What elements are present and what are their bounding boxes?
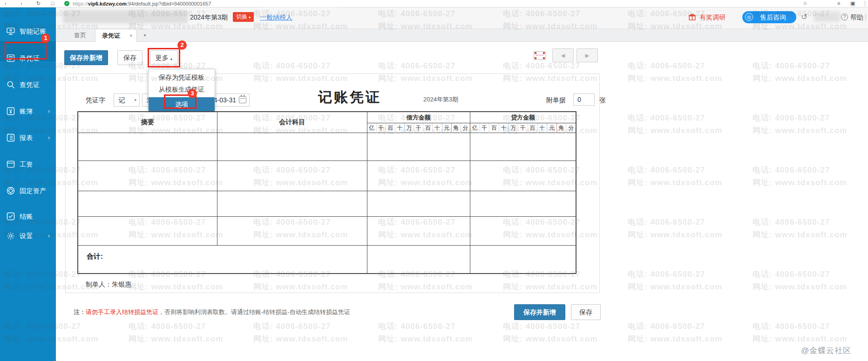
close-icon[interactable]: × <box>129 29 133 42</box>
debit-cell[interactable] <box>367 133 470 160</box>
menu-item-1[interactable]: 保存为凭证模板 <box>149 71 215 83</box>
digit-label: 分 <box>566 123 576 133</box>
credit-cell[interactable] <box>470 191 576 216</box>
more-button[interactable]: 更多 ▴ <box>150 50 178 65</box>
total-credit-cell <box>470 246 576 273</box>
credit-cell[interactable] <box>470 161 576 191</box>
sidebar-item-label: 报表 <box>20 134 33 142</box>
browser-home-icon[interactable]: □ <box>51 0 54 7</box>
voucher-row-4 <box>78 217 576 246</box>
browser-refresh-icon[interactable]: ↻ <box>36 0 41 7</box>
bookmark-star-icon[interactable]: ☆ <box>803 0 807 7</box>
digit-label: 千 <box>414 123 423 133</box>
sidebar-item-1[interactable]: 智能记账 <box>0 25 56 38</box>
tab-home[interactable]: 首页 <box>65 29 95 42</box>
watermark-tile: 电话: 4006-6500-27网址: www.tdxsoft.com <box>503 320 598 345</box>
gear-icon <box>6 231 15 241</box>
voucher-table: 摘要会计科目借方金额亿千百十万千百十元角分贷方金额亿千百十万千百十元角分合计: <box>77 111 576 274</box>
digit-label: 百 <box>386 123 395 133</box>
company-name-redacted <box>63 10 188 23</box>
tab-bar: 首页 录凭证 × ▾ <box>56 29 868 42</box>
header-separator: | <box>865 13 867 20</box>
attachment-count-input[interactable]: 0 <box>573 94 595 106</box>
save-and-new-button-bottom[interactable]: 保存并新增 <box>514 304 565 320</box>
sidebar-item-4[interactable]: 账簿› <box>0 105 56 118</box>
summary-cell[interactable] <box>78 161 217 191</box>
account-cell[interactable] <box>217 133 367 160</box>
watermark-tile: 电话: 4006-6500-27网址: www.tdxsoft.com <box>628 216 723 241</box>
save-button-bottom[interactable]: 保存 <box>571 304 601 320</box>
voucher-period: 2024年第3期 <box>423 95 458 104</box>
sidebar-item-5[interactable]: 报表› <box>0 132 56 145</box>
digit-label: 亿 <box>367 123 377 133</box>
sidebar-item-label: 结账 <box>20 213 33 221</box>
digit-label: 分 <box>461 123 470 133</box>
measure-tool-icon[interactable] <box>534 51 546 60</box>
col-header-summary: 摘要 <box>78 112 217 133</box>
save-and-new-button[interactable]: 保存并新增 <box>64 50 108 65</box>
current-period: 2024年第3期 <box>190 13 228 22</box>
survey-link[interactable]: 有奖调研 <box>699 13 726 22</box>
total-row: 合计: <box>78 246 576 273</box>
save-button[interactable]: 保存 <box>117 50 142 65</box>
watermark-tile: 电话: 4006-6500-27网址: www.tdxsoft.com <box>753 320 848 345</box>
debit-cell[interactable] <box>367 217 470 245</box>
summary-cell[interactable] <box>78 133 217 160</box>
monitor-icon <box>6 27 15 36</box>
digit-label: 角 <box>557 123 567 133</box>
calendar-icon[interactable] <box>239 96 246 103</box>
arrow-right-icon: ▶ <box>585 53 589 58</box>
sidebar-item-2[interactable]: 录凭证 <box>0 52 56 65</box>
credit-cell[interactable] <box>470 217 576 245</box>
search-icon <box>6 80 15 89</box>
browser-menu-icon[interactable]: ≡ <box>837 0 840 7</box>
sidebar-item-8[interactable]: 结账 <box>0 210 56 223</box>
tab-voucher-entry[interactable]: 录凭证 × <box>95 29 137 42</box>
browser-more-icon[interactable]: ⋮ <box>862 0 868 7</box>
digit-label: 十 <box>433 123 442 133</box>
credit-cell[interactable] <box>470 133 576 160</box>
sidebar-item-3[interactable]: 查凭证 <box>0 79 56 92</box>
after-sales-support-button[interactable]: ◎ 售后咨询 <box>742 11 796 23</box>
sidebar-item-9[interactable]: 设置› <box>0 230 56 243</box>
summary-cell[interactable] <box>78 217 217 245</box>
total-debit-cell <box>367 246 470 273</box>
menu-item-3[interactable]: 选项 <box>149 97 215 111</box>
preparer-label: 制单人：朱银惠 <box>86 281 131 289</box>
watermark-tile: 电话: 4006-6500-27网址: www.tdxsoft.com <box>378 320 473 345</box>
secure-lock-icon: ✓ <box>64 1 69 6</box>
header-redacted-area <box>814 12 840 22</box>
voucher-word-select[interactable]: 记▾ <box>114 94 140 107</box>
debit-cell[interactable] <box>367 161 470 191</box>
next-voucher-button[interactable]: ▶ <box>576 48 598 62</box>
browser-profile-icon[interactable]: ▣ <box>850 0 855 7</box>
debit-cell[interactable] <box>367 191 470 216</box>
switch-period-button[interactable]: 切换 ▾ <box>233 12 254 22</box>
menu-item-2[interactable]: 从模板生成凭证 <box>149 83 215 95</box>
sidebar-nav: 智能记账录凭证查凭证账簿›报表›工资固定资产结账设置› <box>0 7 56 361</box>
watermark-tile: 电话: 4006-6500-27网址: www.tdxsoft.com <box>628 60 723 85</box>
watermark-tile: 电话: 4006-6500-27网址: www.tdxsoft.com <box>753 164 848 189</box>
help-link[interactable]: 帮助 <box>850 13 863 22</box>
digit-header-row: 亿千百十万千百十元角分 <box>367 123 470 133</box>
account-cell[interactable] <box>217 191 367 216</box>
digit-label: 万 <box>405 123 414 133</box>
sidebar-item-6[interactable]: 工资 <box>0 158 56 171</box>
summary-cell[interactable] <box>78 191 217 216</box>
digit-label: 千 <box>480 123 490 133</box>
sidebar-item-7[interactable]: 固定资产 <box>0 185 56 198</box>
taxpayer-type-link[interactable]: 一般纳税人 <box>260 13 292 22</box>
previous-voucher-button[interactable]: ◀ <box>552 48 574 62</box>
undo-icon[interactable]: ↺ <box>801 12 807 22</box>
tab-list-caret-icon[interactable]: ▾ <box>139 29 151 42</box>
arrow-left-icon: ◀ <box>561 53 565 58</box>
total-label: 合计: <box>78 246 367 273</box>
account-cell[interactable] <box>217 217 367 245</box>
browser-forward-icon[interactable]: › <box>20 0 22 7</box>
digit-label: 十 <box>537 123 547 133</box>
browser-back-icon[interactable]: ‹ <box>5 0 7 7</box>
digit-header-row: 亿千百十万千百十元角分 <box>470 123 576 133</box>
sidebar-item-label: 设置 <box>20 232 33 241</box>
address-bar[interactable]: https://vip6.kdzwy.com:94/default.jsp?db… <box>73 0 211 7</box>
account-cell[interactable] <box>217 161 367 191</box>
